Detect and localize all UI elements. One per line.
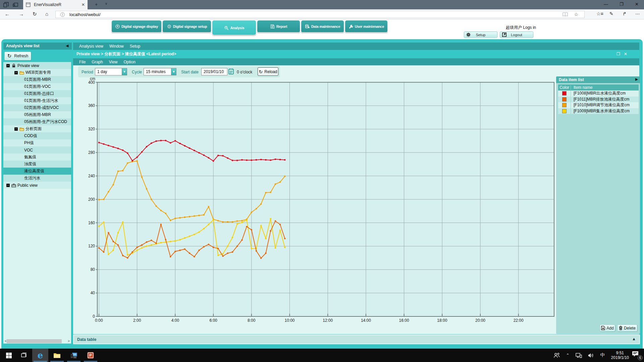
menu-analysis-view[interactable]: Analysis view bbox=[79, 44, 103, 49]
window-restore-icon[interactable]: ❐ bbox=[620, 2, 624, 7]
nav-data-maintenance[interactable]: Data maintenance bbox=[301, 20, 344, 33]
refresh-icon[interactable]: ↻ bbox=[33, 11, 37, 17]
tab-preview-icon[interactable] bbox=[3, 2, 9, 7]
menu-file[interactable]: File bbox=[79, 60, 86, 64]
panel-expand-icon[interactable]: ▶ bbox=[635, 77, 638, 81]
data-item-row[interactable]: [F1010]MBR调节池液位高度cm bbox=[558, 102, 639, 108]
task-view-button[interactable] bbox=[16, 349, 32, 362]
nav-report[interactable]: Report bbox=[257, 20, 300, 33]
notification-badge: 6 bbox=[638, 355, 643, 360]
people-icon[interactable] bbox=[553, 353, 560, 358]
menu-setup[interactable]: Setup bbox=[130, 44, 140, 49]
window-close-icon[interactable]: ✕ bbox=[635, 2, 639, 7]
nav-analysis[interactable]: Analysis bbox=[212, 20, 256, 35]
tab-close-icon[interactable]: ✕ bbox=[82, 2, 85, 7]
back-icon[interactable]: ← bbox=[5, 11, 10, 17]
ime-indicator[interactable]: 中 bbox=[600, 352, 605, 358]
add-button[interactable]: Add bbox=[600, 324, 615, 331]
data-item-row[interactable]: [F1011]MBR排放池液位高度cm bbox=[558, 97, 639, 103]
color-cell bbox=[558, 108, 571, 114]
tree-item-Private-view[interactable]: −Private view bbox=[3, 62, 71, 69]
powerpoint-icon: P bbox=[87, 352, 94, 359]
tree-item-分析页面[interactable]: −分析页面 bbox=[3, 125, 71, 132]
forward-icon[interactable]: → bbox=[19, 11, 24, 17]
edge-logo-icon: e bbox=[38, 350, 43, 360]
browser-tab[interactable]: EnerVisualizeR ✕ bbox=[23, 0, 88, 9]
tree-item-COD值[interactable]: COD值 bbox=[3, 132, 71, 139]
menu-option[interactable]: Option bbox=[124, 60, 136, 64]
tab-list-icon[interactable]: ∨ bbox=[105, 2, 107, 5]
sidebar-title: Analysis view list bbox=[6, 44, 39, 48]
hidden-icons-chevron[interactable]: ⌃ bbox=[566, 353, 570, 358]
site-info-icon[interactable]: i bbox=[60, 12, 65, 17]
logout-button[interactable]: Logout bbox=[500, 32, 533, 38]
taskbar-edge-button[interactable]: e bbox=[32, 349, 48, 362]
clock-time: 9:51 bbox=[611, 351, 629, 355]
data-item-row[interactable]: [F1009]MBR集水井液位高度cm bbox=[558, 108, 639, 114]
data-item-row[interactable]: [F1008]MBR出水液位高度cm bbox=[558, 90, 639, 97]
more-icon[interactable]: ⋯ bbox=[635, 11, 640, 16]
tree-item-PH值[interactable]: PH值 bbox=[3, 139, 71, 146]
collapse-box-icon[interactable]: − bbox=[14, 71, 18, 74]
tree-item-05画面用-生产污水COD[interactable]: 05画面用-生产污水COD bbox=[3, 118, 71, 125]
start-button[interactable] bbox=[1, 349, 17, 362]
view-restore-icon[interactable]: ❐ bbox=[616, 52, 620, 56]
refresh-arrow-icon: ↻ bbox=[7, 53, 12, 59]
tree-item-液位高度值[interactable]: 液位高度值 bbox=[3, 168, 71, 175]
svg-text:22:00: 22:00 bbox=[514, 318, 524, 323]
network-icon[interactable] bbox=[576, 353, 582, 358]
tree-item-01页面用-生活污水[interactable]: 01页面用-生活污水 bbox=[3, 97, 71, 104]
tree-item-VOC[interactable]: VOC bbox=[3, 146, 71, 154]
menu-view[interactable]: View bbox=[109, 60, 118, 64]
url-box[interactable]: i localhost/webui/ ☆ bbox=[55, 11, 585, 18]
nav-label: Report bbox=[276, 24, 287, 28]
favorite-star-icon[interactable]: ☆ bbox=[574, 12, 578, 17]
login-status: 超级用户 Logs in bbox=[506, 25, 536, 31]
hub-icon[interactable]: ☆≡ bbox=[596, 11, 603, 16]
view-close-icon[interactable]: ✕ bbox=[624, 52, 627, 56]
tree-item-WEB页面专用[interactable]: −WEB页面专用 bbox=[3, 69, 71, 76]
menu-graph[interactable]: Graph bbox=[92, 60, 103, 64]
taskbar-explorer-button[interactable] bbox=[49, 349, 65, 362]
tree-item-生活污水[interactable]: 生活污水 bbox=[3, 175, 71, 182]
tree-item-02页面用-成型VOC[interactable]: 02页面用-成型VOC bbox=[3, 104, 71, 111]
tree-item-01页面用-MBR[interactable]: 01页面用-MBR bbox=[3, 76, 71, 83]
set-tabs-aside-icon[interactable] bbox=[13, 2, 18, 7]
taskbar-remote-desktop-button[interactable] bbox=[66, 349, 82, 362]
data-table-bar[interactable]: Data table bbox=[73, 335, 640, 344]
data-item-panel bbox=[556, 76, 640, 334]
nav-user-maintenance[interactable]: User maintenance bbox=[345, 20, 388, 33]
tree-item-01页面用-总排口[interactable]: 01页面用-总排口 bbox=[3, 90, 71, 97]
svg-text:200: 200 bbox=[88, 197, 95, 202]
tree-item-05画面用-MBR[interactable]: 05画面用-MBR bbox=[3, 111, 71, 118]
collapse-up-icon[interactable]: ▲ bbox=[632, 337, 636, 341]
window-minimize-icon[interactable]: — bbox=[604, 2, 608, 7]
delete-button[interactable]: Delete bbox=[617, 324, 637, 331]
setup-button[interactable]: Setup bbox=[464, 32, 497, 38]
notification-button[interactable]: 6 bbox=[632, 351, 642, 360]
sidebar-collapse-icon[interactable]: ◀ bbox=[66, 44, 68, 48]
refresh-button[interactable]: ↻ Refresh bbox=[4, 52, 31, 60]
menu-window[interactable]: Window bbox=[109, 44, 124, 49]
tree-item-01页面用-VOC[interactable]: 01页面用-VOC bbox=[3, 83, 71, 90]
reading-view-icon[interactable] bbox=[562, 12, 568, 17]
share-icon[interactable]: ↱ bbox=[623, 11, 627, 16]
tree-item-浊度值[interactable]: 浊度值 bbox=[3, 161, 71, 168]
collapse-box-icon[interactable]: − bbox=[6, 184, 10, 187]
collapse-box-icon[interactable]: − bbox=[14, 127, 18, 131]
taskbar-powerpoint-button[interactable]: P bbox=[83, 349, 99, 362]
taskbar-clock[interactable]: 9:51 2019/1/10 bbox=[611, 351, 629, 360]
tree-item-氨氮值[interactable]: 氨氮值 bbox=[3, 154, 71, 161]
url-text[interactable]: localhost/webui/ bbox=[69, 12, 562, 17]
svg-text:20:00: 20:00 bbox=[475, 318, 485, 323]
nav-digital-signage-setup[interactable]: Digital signage setup bbox=[162, 20, 211, 33]
new-tab-icon[interactable]: + bbox=[95, 2, 98, 7]
nav-digital-signage-display[interactable]: Digital signage display bbox=[111, 20, 162, 33]
collapse-box-icon[interactable]: − bbox=[6, 64, 10, 67]
annotate-icon[interactable]: ✎ bbox=[609, 11, 613, 16]
scroll-right-icon[interactable]: > bbox=[66, 339, 71, 343]
speaker-icon[interactable] bbox=[588, 353, 594, 358]
tree-item-Public-view[interactable]: −Public view bbox=[3, 182, 71, 189]
home-icon[interactable]: ⌂ bbox=[45, 11, 48, 17]
scrollbar-thumb[interactable] bbox=[7, 339, 62, 343]
